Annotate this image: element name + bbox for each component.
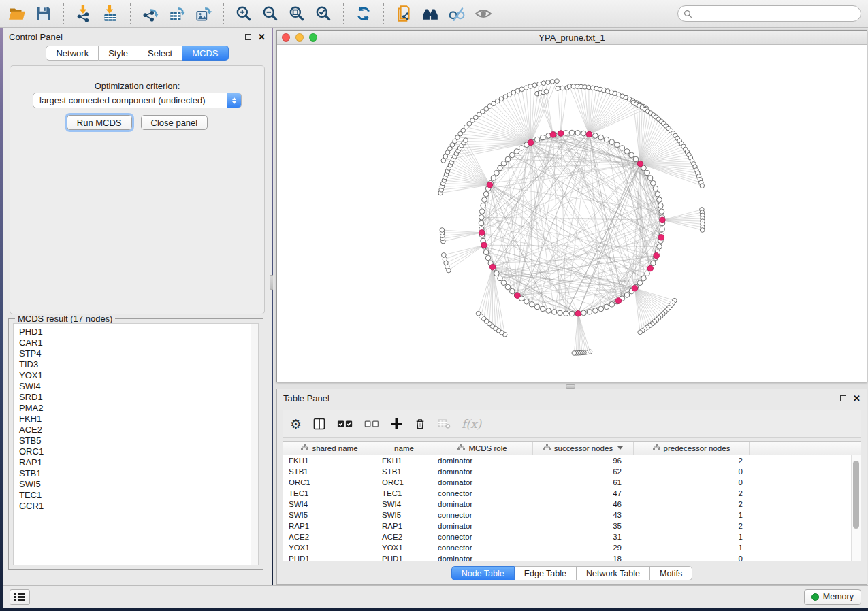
result-scrollbar[interactable] [251, 324, 258, 565]
workspace-area: YPA_prune.txt_1 Table Panel ✕ ⚙ [273, 28, 868, 585]
table-row[interactable]: SWI4SWI4dominator462 [283, 499, 851, 510]
table-tab-edge-table[interactable]: Edge Table [515, 566, 577, 580]
zoom-in-icon[interactable] [234, 3, 254, 24]
tab-network[interactable]: Network [46, 46, 99, 61]
eye-icon[interactable] [473, 3, 494, 24]
tab-select[interactable]: Select [138, 46, 182, 61]
table-tabs: Node TableEdge TableNetwork TableMotifs [277, 566, 867, 580]
mcds-result-item[interactable]: FKH1 [19, 414, 258, 425]
mcds-result-item[interactable]: GCR1 [19, 501, 258, 512]
zoom-out-icon[interactable] [260, 3, 280, 24]
mcds-result-item[interactable]: CAR1 [19, 337, 258, 348]
column-header-mcds-role[interactable]: MCDS role [432, 442, 533, 455]
network-canvas[interactable] [277, 45, 867, 382]
table-cell: 18 [533, 555, 634, 561]
memory-button[interactable]: Memory [804, 589, 861, 605]
export-table-icon[interactable] [167, 3, 187, 24]
column-label: predecessor nodes [664, 444, 730, 452]
save-icon[interactable] [33, 3, 54, 24]
mcds-result-item[interactable]: SWI4 [19, 381, 258, 392]
mcds-result-list[interactable]: PHD1CAR1STP4TID3YOX1SWI4SRD1PMA2FKH1ACE2… [13, 323, 259, 565]
clipboard-network-icon[interactable] [393, 3, 414, 24]
table-tab-motifs[interactable]: Motifs [650, 566, 692, 580]
zoom-selected-icon[interactable] [313, 3, 334, 24]
criterion-dropdown[interactable]: largest connected component (undirected) [33, 93, 242, 108]
mcds-result-item[interactable]: RAP1 [19, 457, 258, 468]
mcds-result-item[interactable]: ACE2 [19, 425, 258, 435]
table-cell: STB1 [376, 467, 432, 476]
column-header-shared-name[interactable]: shared name [283, 442, 376, 455]
table-cell: TEC1 [283, 489, 376, 497]
table-cell: YOX1 [376, 544, 432, 552]
column-header-name[interactable]: name [376, 442, 432, 455]
mcds-result-item[interactable]: ORC1 [19, 446, 258, 457]
table-row[interactable]: SWI5SWI5connector431 [283, 510, 851, 521]
float-table-panel-icon[interactable] [840, 395, 846, 401]
export-image-icon[interactable] [193, 3, 214, 24]
select-all-icon[interactable] [337, 415, 353, 433]
search-field[interactable] [677, 5, 861, 22]
column-header-predecessor-nodes[interactable]: predecessor nodes [634, 442, 750, 455]
network-window-title: YPA_prune.txt_1 [277, 33, 867, 43]
dropdown-stepper-icon [227, 93, 241, 108]
toolbar-separator [223, 3, 224, 24]
tab-mcds[interactable]: MCDS [182, 46, 228, 61]
mcds-result-item[interactable]: STP4 [19, 348, 258, 359]
table-row[interactable]: PHD1PHD1dominator180 [283, 553, 851, 561]
table-cell: 2 [634, 522, 750, 530]
float-panel-icon[interactable] [245, 34, 251, 40]
close-panel-icon[interactable]: ✕ [258, 33, 266, 42]
table-tab-node-table[interactable]: Node Table [451, 566, 515, 580]
table-cell: YOX1 [283, 544, 376, 552]
binoculars-icon[interactable] [420, 3, 440, 24]
network-view-window: YPA_prune.txt_1 [276, 30, 867, 382]
export-network-icon[interactable] [140, 3, 161, 24]
table-row[interactable]: YOX1YOX1connector291 [283, 542, 851, 553]
import-network-icon[interactable] [74, 3, 94, 24]
tab-style[interactable]: Style [99, 46, 138, 61]
table-settings-icon[interactable]: ⚙ [290, 415, 302, 433]
table-row[interactable]: RAP1RAP1dominator352 [283, 521, 851, 531]
import-table-icon[interactable] [100, 3, 120, 24]
mcds-result-item[interactable]: STB5 [19, 435, 258, 446]
node-table-header: shared namenameMCDS rolesuccessor nodesp… [283, 442, 861, 455]
search-input[interactable] [696, 9, 855, 18]
mcds-result-item[interactable]: TID3 [19, 359, 258, 370]
zoom-fit-icon[interactable] [287, 3, 307, 24]
mcds-result-item[interactable]: TEC1 [19, 490, 258, 501]
table-row[interactable]: ACE2ACE2connector311 [283, 531, 851, 542]
network-graph[interactable] [277, 45, 867, 382]
mcds-result-item[interactable]: YOX1 [19, 370, 258, 381]
memory-label: Memory [823, 592, 854, 601]
run-mcds-button[interactable]: Run MCDS [67, 115, 132, 130]
close-table-panel-icon[interactable]: ✕ [853, 394, 861, 403]
table-scrollbar-thumb[interactable] [853, 461, 859, 529]
table-row[interactable]: ORC1ORC1dominator610 [283, 477, 851, 488]
table-cell: 29 [533, 544, 634, 552]
show-columns-icon[interactable] [312, 415, 326, 433]
deselect-all-icon[interactable] [364, 415, 379, 433]
mcds-result-item[interactable]: PHD1 [19, 327, 258, 337]
task-history-button[interactable] [10, 589, 30, 605]
close-panel-button[interactable]: Close panel [141, 115, 208, 130]
delete-column-icon[interactable] [414, 415, 426, 433]
column-header-successor-nodes[interactable]: successor nodes [533, 442, 634, 455]
network-window-titlebar[interactable]: YPA_prune.txt_1 [277, 31, 867, 45]
add-column-icon[interactable] [390, 415, 403, 433]
table-row[interactable]: TEC1TEC1connector472 [283, 488, 851, 499]
mcds-result-item[interactable]: SWI5 [19, 479, 258, 490]
table-row[interactable]: FKH1FKH1dominator962 [283, 455, 851, 466]
mcds-result-item[interactable]: SRD1 [19, 392, 258, 403]
mcds-result-item[interactable]: PMA2 [19, 403, 258, 414]
mcds-result-item[interactable]: STB1 [19, 468, 258, 479]
table-scrollbar[interactable] [851, 455, 861, 561]
toggle-graphics-details-icon[interactable] [447, 3, 467, 24]
refresh-icon[interactable] [353, 3, 374, 24]
table-tab-network-table[interactable]: Network Table [577, 566, 650, 580]
table-row[interactable]: STB1STB1dominator620 [283, 466, 851, 477]
table-cell: connector [432, 533, 533, 541]
table-cell: dominator [432, 478, 533, 486]
toolbar-separator [383, 3, 384, 24]
open-file-icon[interactable] [7, 3, 27, 24]
table-cell: SWI5 [283, 511, 376, 519]
